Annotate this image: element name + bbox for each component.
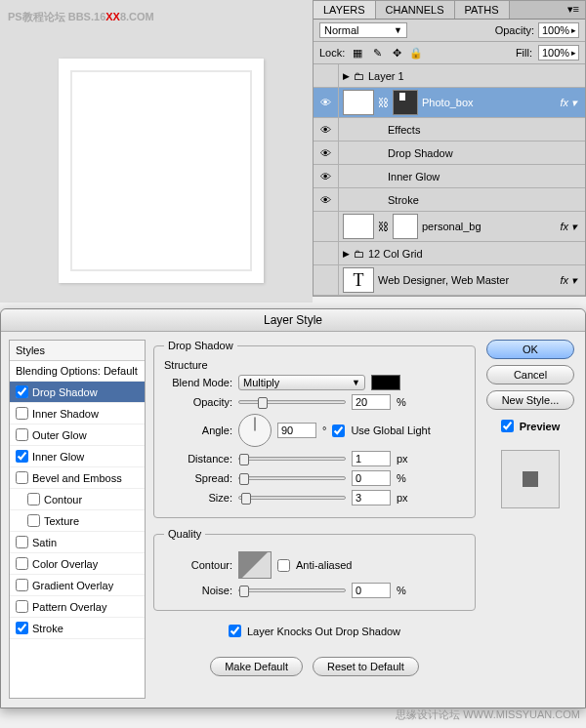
eye-icon[interactable]: 👁: [320, 97, 331, 108]
layer-row[interactable]: 👁 ⛓Photo_boxfx ▾: [314, 88, 585, 118]
distance-label: Distance:: [164, 453, 232, 465]
style-item-inner-glow[interactable]: Inner Glow: [10, 446, 145, 467]
make-default-button[interactable]: Make Default: [210, 657, 303, 676]
opacity-slider[interactable]: [238, 400, 346, 404]
lock-move-icon[interactable]: ✥: [390, 46, 403, 60]
spread-slider[interactable]: [238, 476, 346, 480]
tab-channels[interactable]: CHANNELS: [376, 1, 455, 19]
layer-row[interactable]: 👁Effects: [314, 118, 585, 142]
layer-row[interactable]: 👁Inner Glow: [314, 165, 585, 188]
knockout-checkbox[interactable]: [229, 625, 241, 637]
folder-arrow-icon[interactable]: ▶: [343, 71, 350, 81]
global-light-checkbox[interactable]: [332, 425, 345, 437]
blend-mode-label: Blend Mode:: [164, 377, 232, 388]
size-input[interactable]: [352, 490, 391, 506]
style-item-outer-glow[interactable]: Outer Glow: [10, 425, 145, 446]
spread-input[interactable]: [352, 470, 391, 486]
tab-layers[interactable]: LAYERS: [314, 1, 376, 19]
style-item-contour[interactable]: Contour: [10, 489, 145, 510]
style-item-color-overlay[interactable]: Color Overlay: [10, 553, 145, 575]
layer-row[interactable]: 👁Drop Shadow: [314, 142, 585, 165]
photo-box-preview: [59, 59, 264, 283]
layer-row[interactable]: 👁Stroke: [314, 188, 585, 212]
fx-badge[interactable]: fx ▾: [560, 221, 581, 233]
style-label: Stroke: [32, 623, 63, 634]
anti-aliased-checkbox[interactable]: [277, 559, 290, 572]
style-checkbox[interactable]: [16, 471, 28, 484]
angle-dial[interactable]: [238, 414, 272, 447]
tab-paths[interactable]: PATHS: [455, 1, 510, 19]
layer-thumb: [343, 214, 374, 239]
style-item-pattern-overlay[interactable]: Pattern Overlay: [10, 596, 145, 618]
distance-input[interactable]: [352, 451, 391, 466]
spread-unit: %: [397, 472, 406, 484]
style-checkbox[interactable]: [16, 450, 28, 463]
layer-row[interactable]: ▶🗀12 Col Grid: [314, 242, 585, 265]
style-checkbox[interactable]: [16, 579, 28, 591]
layer-row[interactable]: ▶🗀Layer 1: [314, 64, 585, 88]
distance-unit: px: [397, 453, 408, 465]
style-item-texture[interactable]: Texture: [10, 510, 145, 532]
style-item-drop-shadow[interactable]: Drop Shadow: [10, 382, 145, 403]
noise-unit: %: [397, 585, 406, 596]
lock-all-icon[interactable]: 🔒: [409, 46, 423, 60]
style-item-satin[interactable]: Satin: [10, 532, 145, 553]
contour-picker[interactable]: [238, 551, 272, 579]
mask-thumb: [393, 214, 418, 239]
new-style-button[interactable]: New Style...: [486, 390, 574, 410]
eye-icon[interactable]: 👁: [320, 194, 331, 206]
opacity-input[interactable]: 100%▸: [538, 22, 579, 38]
eye-icon[interactable]: 👁: [320, 171, 331, 182]
spread-label: Spread:: [164, 472, 232, 484]
dialog-title: Layer Style: [1, 309, 585, 332]
style-item-bevel-and-emboss[interactable]: Bevel and Emboss: [10, 467, 145, 489]
style-item-gradient-overlay[interactable]: Gradient Overlay: [10, 575, 145, 596]
size-slider[interactable]: [238, 496, 346, 500]
fx-badge[interactable]: fx ▾: [560, 97, 581, 109]
lock-brush-icon[interactable]: ✎: [370, 46, 384, 60]
text-layer-icon: T: [343, 267, 374, 293]
style-label: Gradient Overlay: [32, 580, 113, 591]
blend-mode-select[interactable]: Normal▼: [319, 22, 407, 38]
size-label: Size:: [164, 492, 232, 504]
layer-row[interactable]: ⛓personal_bgfx ▾: [314, 212, 585, 242]
blend-mode-dropdown[interactable]: Multiply▼: [238, 375, 365, 390]
style-checkbox[interactable]: [16, 407, 28, 420]
eye-icon[interactable]: 👁: [320, 147, 331, 159]
style-item-stroke[interactable]: Stroke: [10, 618, 145, 639]
preview-checkbox[interactable]: [501, 420, 514, 432]
style-checkbox[interactable]: [27, 493, 40, 506]
folder-arrow-icon[interactable]: ▶: [343, 249, 350, 259]
eye-icon[interactable]: 👁: [320, 124, 331, 136]
fill-input[interactable]: 100%▸: [538, 45, 579, 61]
canvas-area: [0, 0, 313, 303]
noise-input[interactable]: [352, 583, 391, 598]
lock-transparency-icon[interactable]: ▦: [351, 46, 364, 60]
link-icon: ⛓: [378, 97, 389, 108]
shadow-color-swatch[interactable]: [371, 375, 400, 390]
watermark-bottom: 思缘设计论坛 WWW.MISSYUAN.COM: [396, 708, 580, 722]
style-label: Inner Glow: [32, 451, 84, 463]
style-checkbox[interactable]: [27, 514, 40, 527]
style-checkbox[interactable]: [16, 428, 28, 441]
style-item-inner-shadow[interactable]: Inner Shadow: [10, 403, 145, 425]
panel-menu-icon[interactable]: ▾≡: [562, 1, 585, 19]
angle-input[interactable]: [277, 423, 316, 438]
ok-button[interactable]: OK: [486, 340, 574, 359]
style-label: Inner Shadow: [32, 408, 99, 420]
style-checkbox[interactable]: [16, 622, 28, 634]
styles-header[interactable]: Styles: [10, 341, 145, 361]
style-checkbox[interactable]: [16, 536, 28, 548]
distance-slider[interactable]: [238, 457, 346, 461]
style-checkbox[interactable]: [16, 385, 28, 398]
opacity-input[interactable]: [352, 394, 391, 410]
style-checkbox[interactable]: [16, 600, 28, 613]
blending-options[interactable]: Blending Options: Default: [10, 361, 145, 382]
fx-badge[interactable]: fx ▾: [560, 274, 581, 287]
mask-thumb: [393, 90, 418, 115]
layer-row[interactable]: TWeb Designer, Web Masterfx ▾: [314, 265, 585, 296]
noise-slider[interactable]: [238, 588, 346, 592]
cancel-button[interactable]: Cancel: [486, 365, 574, 384]
style-checkbox[interactable]: [16, 557, 28, 570]
reset-default-button[interactable]: Reset to Default: [313, 657, 419, 676]
